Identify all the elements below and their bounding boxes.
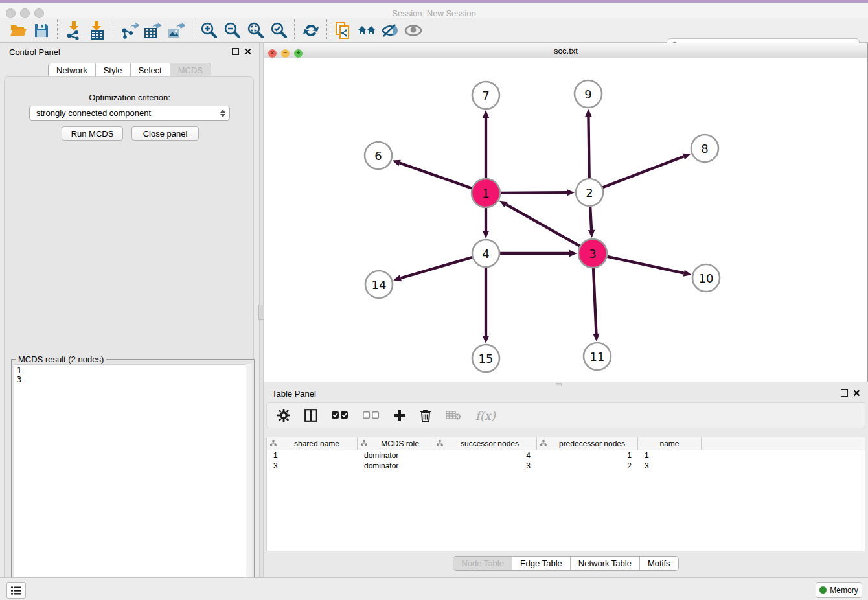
toggle-panel-icon[interactable] (304, 409, 317, 422)
tab-node-table[interactable]: Node Table (453, 557, 512, 570)
list-icon (11, 586, 21, 595)
graph-node-15[interactable]: 15 (472, 345, 499, 372)
graph-node-14[interactable]: 14 (365, 271, 393, 298)
svg-text:10: 10 (699, 271, 714, 285)
svg-text:11: 11 (590, 350, 605, 363)
table-tabs: Node TableEdge TableNetwork TableMotifs (264, 556, 868, 571)
table-settings-icon[interactable] (277, 409, 290, 422)
function-builder-icon[interactable]: f(x) (475, 409, 496, 422)
toolbar-separator (113, 19, 114, 41)
graph-node-3[interactable]: 3 (578, 239, 607, 268)
graph-node-2[interactable]: 2 (576, 179, 603, 206)
deselect-all-columns-icon[interactable] (363, 411, 380, 419)
node-table: shared nameMCDS rolesuccessor nodesprede… (266, 437, 865, 551)
app-titlebar: Session: New Session (0, 3, 868, 19)
column-label: MCDS role (367, 439, 433, 448)
save-session-icon[interactable] (30, 20, 53, 41)
close-table-panel-icon[interactable] (853, 389, 860, 397)
tab-style[interactable]: Style (95, 63, 130, 77)
float-table-panel-icon[interactable] (841, 389, 848, 397)
export-image-icon[interactable] (165, 20, 188, 41)
import-table-icon[interactable] (86, 20, 109, 41)
first-neighbors-icon[interactable] (355, 20, 378, 41)
tab-motifs[interactable]: Motifs (639, 557, 678, 570)
table-row[interactable]: 3dominator323 (267, 461, 865, 471)
network-canvas[interactable]: 1234678910111415 (264, 58, 867, 382)
delete-table-icon[interactable] (446, 410, 461, 421)
criterion-dropdown[interactable]: strongly connected component (29, 106, 230, 121)
table-header-row: shared nameMCDS rolesuccessor nodesprede… (267, 437, 865, 450)
graph-node-7[interactable]: 7 (472, 82, 499, 109)
graph-edge-1-6[interactable] (400, 163, 472, 189)
zoom-selected-icon[interactable] (267, 20, 290, 41)
cell-MCDS-role[interactable]: dominator (358, 461, 433, 470)
graph-node-1[interactable]: 1 (472, 179, 500, 207)
graph-edge-3-1[interactable] (506, 205, 580, 246)
result-scrollbar[interactable] (246, 364, 252, 597)
open-session-icon[interactable] (6, 20, 30, 41)
graph-edge-1-2[interactable] (501, 192, 567, 193)
cell-shared-name[interactable]: 1 (267, 451, 358, 460)
graph-node-9[interactable]: 9 (575, 80, 602, 108)
network-window: ×−+ scc.txt 1234678910111415 (264, 43, 868, 382)
tab-select[interactable]: Select (130, 63, 170, 77)
task-history-button[interactable] (6, 582, 26, 599)
cell-name[interactable]: 3 (638, 461, 702, 470)
column-header-successor-nodes[interactable]: successor nodes (433, 437, 537, 450)
svg-text:3: 3 (589, 247, 596, 260)
graph-node-6[interactable]: 6 (365, 142, 392, 169)
mcds-panel: Optimization criterion: strongly connect… (4, 76, 254, 600)
cell-successor-nodes[interactable]: 3 (433, 461, 537, 470)
tab-network[interactable]: Network (49, 63, 95, 77)
graph-edge-3-10[interactable] (607, 257, 683, 273)
tab-mcds[interactable]: MCDS (170, 63, 211, 77)
graph-edge-3-11[interactable] (593, 268, 596, 334)
graph-node-11[interactable]: 11 (584, 343, 611, 370)
app-title: Session: New Session (0, 8, 868, 18)
tab-network-table[interactable]: Network Table (570, 557, 639, 570)
select-all-columns-icon[interactable] (332, 411, 348, 419)
cell-predecessor-nodes[interactable]: 1 (537, 451, 638, 460)
run-mcds-button[interactable]: Run MCDS (62, 126, 123, 141)
column-header-shared-name[interactable]: shared name (267, 437, 358, 450)
close-panel-button[interactable]: Close panel (131, 126, 199, 141)
column-type-icon (361, 439, 367, 448)
mcds-result-text[interactable]: 1 3 (14, 364, 252, 597)
delete-columns-icon[interactable] (420, 409, 431, 422)
graph-node-8[interactable]: 8 (691, 135, 718, 162)
graph-edge-4-14[interactable] (401, 257, 472, 278)
graph-node-4[interactable]: 4 (472, 240, 499, 267)
float-panel-icon[interactable] (232, 48, 239, 55)
close-panel-icon[interactable] (244, 48, 251, 55)
graph-edge-2-9[interactable] (588, 117, 589, 178)
cell-shared-name[interactable]: 3 (267, 461, 358, 470)
export-table-icon[interactable] (141, 20, 165, 41)
show-all-icon[interactable] (402, 20, 425, 41)
control-panel-title: Control Panel (9, 47, 60, 57)
graph-node-10[interactable]: 10 (692, 264, 720, 292)
import-network-icon[interactable] (62, 20, 86, 41)
column-header-name[interactable]: name (638, 437, 702, 450)
zoom-in-icon[interactable] (197, 20, 220, 41)
cell-predecessor-nodes[interactable]: 2 (537, 461, 638, 470)
tab-edge-table[interactable]: Edge Table (512, 557, 570, 570)
zoom-out-icon[interactable] (220, 20, 244, 41)
network-window-titlebar[interactable]: ×−+ scc.txt (264, 43, 867, 58)
cell-successor-nodes[interactable]: 4 (433, 451, 537, 460)
export-network-icon[interactable] (118, 20, 141, 41)
zoom-fit-icon[interactable] (244, 20, 267, 41)
svg-text:4: 4 (482, 247, 489, 260)
column-header-MCDS-role[interactable]: MCDS role (358, 437, 433, 450)
clone-network-icon[interactable] (332, 20, 355, 41)
cell-name[interactable]: 1 (638, 451, 702, 460)
svg-text:9: 9 (584, 87, 591, 101)
column-header-predecessor-nodes[interactable]: predecessor nodes (537, 437, 638, 450)
graph-edge-2-3[interactable] (590, 207, 591, 230)
graph-edge-2-8[interactable] (603, 156, 684, 187)
hide-selected-icon[interactable] (378, 20, 402, 41)
memory-button[interactable]: Memory (816, 582, 862, 598)
cell-MCDS-role[interactable]: dominator (358, 451, 433, 460)
apply-layout-icon[interactable] (299, 20, 323, 41)
table-row[interactable]: 1dominator411 (267, 450, 865, 461)
create-column-icon[interactable] (394, 410, 405, 421)
